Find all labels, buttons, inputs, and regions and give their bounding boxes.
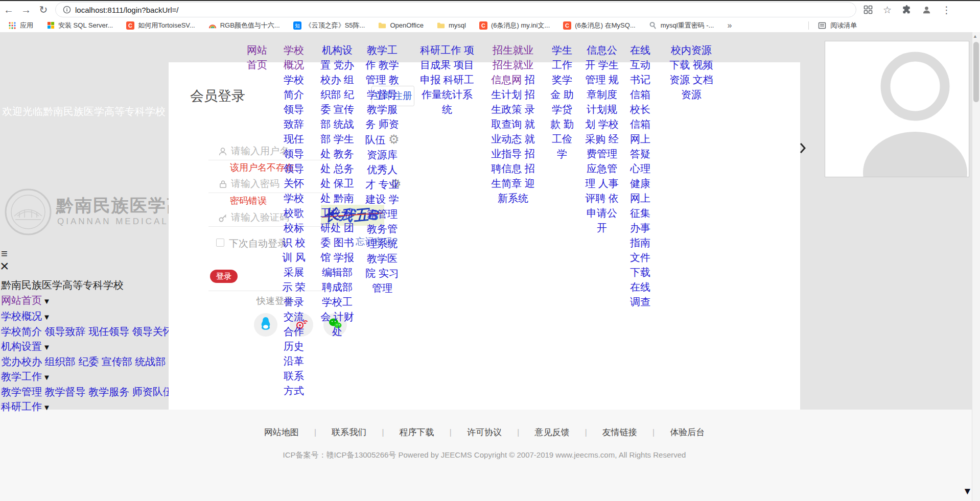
captcha-input[interactable] <box>231 211 328 224</box>
sidebar-top-link[interactable]: 科研工作 <box>1 401 42 412</box>
nav-top-link[interactable]: 学校概况 <box>284 44 304 70</box>
nav-sub-link[interactable]: 现任领导 <box>284 133 304 159</box>
nav-sub-link[interactable]: 教务管理系统 <box>367 223 398 249</box>
footer-link[interactable]: 友情链接 <box>587 426 652 438</box>
bookmark-item[interactable]: 安装 SQL Server... <box>46 21 113 30</box>
pin-icon <box>649 21 657 30</box>
csdn-icon: C <box>479 21 487 30</box>
nav-sub-link[interactable]: 文件下载 <box>630 252 650 278</box>
sidebar-sub-link[interactable]: 师资队伍 <box>132 386 173 397</box>
bookmark-item[interactable]: mysql重置密码 -... <box>649 21 714 30</box>
nav-top-link[interactable]: 在线互动 <box>630 44 650 70</box>
tab-grid-icon[interactable] <box>864 5 873 14</box>
auto-login-checkbox[interactable] <box>216 238 224 247</box>
bookmark-item[interactable]: OpenOffice <box>378 21 424 30</box>
nav-sub-link[interactable]: 聘成部 <box>322 281 353 293</box>
scrollbar-thumb[interactable] <box>973 42 979 102</box>
caret-down-icon: ▼ <box>43 297 51 305</box>
nav-sub-link[interactable]: 实习管理 <box>372 268 399 294</box>
footer-link[interactable]: 网站地图 <box>249 426 314 438</box>
footer-link[interactable]: 许可协议 <box>452 426 517 438</box>
bookmark-item[interactable]: C如何用TortoiseSV... <box>126 21 195 30</box>
bookmark-item[interactable]: RGB颜色值与十六... <box>208 21 280 30</box>
bookmarks-separator <box>808 21 809 30</box>
nav-sub-link[interactable]: 历史沿革 <box>284 341 304 367</box>
reading-list-button[interactable]: 阅读清单 <box>818 21 857 30</box>
slider-next-chevron-icon[interactable] <box>799 142 806 156</box>
sidebar-top-link[interactable]: 教学工作 <box>1 371 42 382</box>
password-input[interactable] <box>231 177 328 190</box>
scrollbar-up-arrow[interactable]: ▲ <box>973 34 977 39</box>
nav-sub-link[interactable]: 交流合作 <box>284 311 304 337</box>
sidebar-sub-link[interactable]: 教学管理 <box>1 386 42 397</box>
nav-top-link[interactable]: 科研工作 <box>420 44 461 56</box>
bookmarks-bar: 应用安装 SQL Server...C如何用TortoiseSV...RGB颜色… <box>0 18 980 33</box>
bookmark-label: OpenOffice <box>390 21 424 29</box>
sidebar-sub-link[interactable]: 教学督导 <box>45 386 86 397</box>
bookmark-item[interactable]: C(6条消息) 在MySQ... <box>563 21 635 30</box>
nav-sub-link[interactable]: 书记信箱 <box>630 74 650 100</box>
footer-link[interactable]: 体验后台 <box>655 426 720 438</box>
nav-sub-link[interactable]: 校长信箱 <box>630 104 650 130</box>
scrollbar-down-arrow[interactable]: ▼ <box>963 486 972 497</box>
nav-top-link[interactable]: 网站首页 <box>247 44 267 70</box>
bookmark-label: RGB颜色值与十六... <box>220 21 280 30</box>
forward-button[interactable]: → <box>17 4 35 16</box>
sidebar-sub-link[interactable]: 党办校办 <box>1 356 42 367</box>
nav-sub-link[interactable]: 学校校歌 <box>284 193 304 219</box>
bookmark-star-icon[interactable]: ☆ <box>883 4 892 16</box>
url-bar[interactable]: localhost:8111/login?backUrl=/ <box>55 2 856 17</box>
nav-sub-link[interactable]: 办事指南 <box>630 222 650 248</box>
qq-login-button[interactable] <box>254 313 277 337</box>
sidebar-sub-link[interactable]: 组织部 <box>45 356 76 367</box>
menu-dots-icon[interactable]: ⋮ <box>942 4 951 16</box>
page-info-icon[interactable] <box>63 6 71 14</box>
nav-sub-link[interactable]: 在线调查 <box>630 281 650 307</box>
nav-sub-link[interactable]: 学校简介 <box>284 74 304 100</box>
nav-sub-link[interactable]: 计财处 <box>332 311 354 337</box>
caret-down-icon: ▼ <box>43 373 51 381</box>
sidebar-sub-link[interactable]: 教学服务 <box>88 386 129 397</box>
bookmark-label: mysql <box>449 21 466 29</box>
sidebar-top-link[interactable]: 机构设置 <box>1 341 42 352</box>
bookmark-item[interactable]: 应用 <box>8 21 33 30</box>
footer-link[interactable]: 程序下载 <box>384 426 450 438</box>
username-input[interactable] <box>231 145 328 158</box>
sidebar-sub-link[interactable]: 领导致辞 <box>45 326 86 337</box>
extensions-puzzle-icon[interactable] <box>902 5 912 15</box>
close-icon[interactable]: × <box>0 258 9 274</box>
login-button[interactable]: 登录 <box>210 270 238 283</box>
nav-sub-link[interactable]: 领导关怀 <box>284 163 304 189</box>
sidebar-top-link[interactable]: 网站首页 <box>1 295 42 306</box>
sidebar-sub-link[interactable]: 统战部 <box>135 356 166 367</box>
sidebar-sub-link[interactable]: 学校简介 <box>1 326 42 337</box>
footer-link[interactable]: 意见反馈 <box>519 426 585 438</box>
nav-sub-link[interactable]: 领导致辞 <box>284 104 304 130</box>
captcha-underline <box>208 226 331 227</box>
sidebar-sub-link[interactable]: 宣传部 <box>102 356 132 367</box>
bookmark-label: 《云顶之弈》S5阵... <box>305 21 365 30</box>
footer-link[interactable]: 联系我们 <box>316 426 382 438</box>
sidebar-sub-link[interactable]: 现任领导 <box>88 326 129 337</box>
bookmark-item[interactable]: C(6条消息) my.ini文... <box>479 21 550 30</box>
nav-sub-link[interactable]: 资源库 <box>367 149 398 160</box>
scrollbar-track[interactable] <box>972 32 980 501</box>
bookmarks-overflow-button[interactable]: » <box>727 21 732 30</box>
sidebar-sub-link[interactable]: 纪委 <box>78 356 99 367</box>
reload-button[interactable]: ↻ <box>35 4 52 16</box>
nav-top-link[interactable]: 招生就业 <box>493 44 533 56</box>
nav-sub-link[interactable]: 联系方式 <box>284 370 304 396</box>
nav-top-link[interactable]: 学生工作 <box>552 44 572 70</box>
bookmark-label: (6条消息) 在MySQ... <box>575 21 635 30</box>
bookmark-item[interactable]: mysql <box>437 21 466 30</box>
back-button[interactable]: ← <box>0 4 17 16</box>
zhihu-icon: 知 <box>293 21 301 30</box>
bookmark-item[interactable]: 知《云顶之弈》S5阵... <box>293 21 365 30</box>
profile-avatar-icon[interactable] <box>922 5 931 15</box>
nav-sub-link[interactable]: 心理健康 <box>630 163 650 189</box>
sidebar-menu-line: 学校概况▼ <box>1 309 173 325</box>
nav-sub-link[interactable]: 网上征集 <box>630 193 650 219</box>
sidebar-top-link[interactable]: 学校概况 <box>1 311 42 322</box>
sidebar-sub-link[interactable]: 领导关怀 <box>132 326 173 337</box>
nav-sub-link[interactable]: 网上答疑 <box>630 133 650 159</box>
